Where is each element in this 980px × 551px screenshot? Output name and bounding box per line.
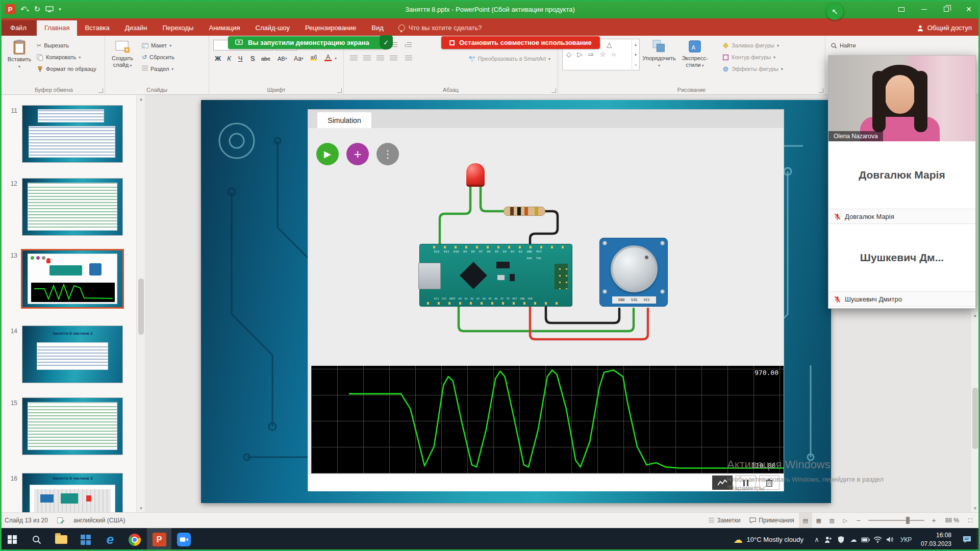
main-scrollbar[interactable]: ▲ ▼ xyxy=(970,311,979,512)
spelling-button[interactable] xyxy=(53,513,69,528)
view-reading-button[interactable]: ▥ xyxy=(825,513,839,528)
format-painter-button[interactable]: Формат по образцу xyxy=(37,63,96,74)
paste-button[interactable]: Вставить▾ xyxy=(4,37,35,69)
resistor-component[interactable] xyxy=(504,207,545,216)
led-component[interactable] xyxy=(466,163,485,187)
clock[interactable]: 16:08 07.03.2023 xyxy=(916,531,957,547)
teams-icon[interactable] xyxy=(823,528,835,551)
highlight-color-button[interactable]: аб xyxy=(309,52,318,63)
participant-video[interactable]: Olena Nazarova xyxy=(828,56,975,141)
powerpoint-button[interactable]: P xyxy=(147,528,171,551)
bold-button[interactable]: Ж xyxy=(213,53,222,64)
smartart-button[interactable]: Преобразовать в SmartArt▾ xyxy=(469,53,550,64)
find-button[interactable]: Найти xyxy=(831,40,856,51)
slide-thumbnail-14[interactable]: Заняття 8 частина 2 xyxy=(22,325,123,383)
redo-button[interactable]: ↻ xyxy=(34,5,41,14)
tellme-search[interactable]: Что вы хотите сделать? xyxy=(391,20,489,36)
shape-outline-button[interactable]: Контур фигуры▾ xyxy=(722,52,775,63)
thumbnails-scrollbar[interactable]: ▲ ▼ xyxy=(136,95,145,512)
slide-thumbnail-16[interactable]: Заняття 8 частина 3 xyxy=(22,473,123,512)
shape-effects-button[interactable]: Эффекты фигуры▾ xyxy=(722,63,783,74)
view-normal-button[interactable]: ▤ xyxy=(799,513,812,528)
tab-insert[interactable]: Вставка xyxy=(77,20,117,36)
volume-icon[interactable] xyxy=(884,528,896,551)
clipboard-dialog-launcher[interactable] xyxy=(98,88,103,93)
view-sorter-button[interactable]: ▦ xyxy=(812,513,825,528)
start-slideshow-button[interactable] xyxy=(45,5,54,14)
slide-thumbnail-12[interactable] xyxy=(22,178,123,236)
tab-animations[interactable]: Анимация xyxy=(201,20,247,36)
tab-home[interactable]: Главная xyxy=(37,20,77,36)
language-indicator[interactable]: УКР xyxy=(896,528,916,551)
cut-button[interactable]: ✂Вырезать xyxy=(37,40,69,51)
language-label[interactable]: английский (США) xyxy=(69,513,130,528)
chrome-button[interactable] xyxy=(122,528,147,551)
potentiometer-knob[interactable] xyxy=(611,245,658,292)
weather-widget[interactable]: ☁ 10°C Mostly cloudy xyxy=(726,528,811,551)
shapes-gallery-scroll[interactable]: ▲▼≡ xyxy=(632,39,639,70)
participant-row-2[interactable]: Шушкевич Дмитро xyxy=(828,291,975,307)
zoom-app-button[interactable] xyxy=(171,528,196,551)
section-button[interactable]: Раздел▾ xyxy=(142,63,173,74)
scrollbar-thumb[interactable] xyxy=(138,279,144,335)
change-case-button[interactable]: Аа▾ xyxy=(293,53,305,64)
wifi-icon[interactable] xyxy=(872,528,884,551)
view-slideshow-button[interactable]: ▷ xyxy=(839,513,852,528)
tab-review[interactable]: Рецензирование xyxy=(297,20,364,36)
undo-button[interactable]: ↶▾ xyxy=(20,5,29,14)
slide-thumbnail-11[interactable] xyxy=(22,105,123,163)
reset-button[interactable]: ↺Сбросить xyxy=(142,52,174,63)
scroll-down-icon[interactable]: ▼ xyxy=(971,504,979,512)
scroll-down-icon[interactable]: ▼ xyxy=(137,504,145,512)
new-slide-button[interactable]: Создать слайд ▾ xyxy=(107,37,138,68)
search-button[interactable] xyxy=(24,528,49,551)
zoom-slider-thumb[interactable] xyxy=(906,517,910,524)
font-color-button[interactable]: А xyxy=(323,52,333,63)
potentiometer-module[interactable]: GND SIG VCC xyxy=(599,238,668,307)
onedrive-icon[interactable]: ☁ xyxy=(847,528,860,551)
edge-button[interactable]: e xyxy=(98,528,122,551)
ribbon-display-options-button[interactable] xyxy=(890,0,913,18)
file-explorer-button[interactable] xyxy=(49,528,73,551)
participant-tile-2[interactable]: Шушкевич Дм... xyxy=(828,224,975,291)
character-spacing-button[interactable]: АВ▾ xyxy=(277,53,288,64)
paragraph-dialog-launcher[interactable] xyxy=(551,88,556,93)
zoom-in-button[interactable]: + xyxy=(927,513,941,528)
quick-styles-button[interactable]: А Экспресс-стили ▾ xyxy=(680,37,710,68)
more-options-button[interactable]: ⋮ xyxy=(376,143,399,165)
share-button[interactable]: Общий доступ xyxy=(909,20,980,36)
copy-button[interactable]: Копировать▾ xyxy=(37,52,81,63)
action-center-button[interactable] xyxy=(957,528,977,551)
align-left-button[interactable] xyxy=(349,53,359,64)
minimize-button[interactable] xyxy=(913,0,935,18)
participant-tile-1[interactable]: Довгалюк Марія xyxy=(828,141,975,209)
tab-slideshow[interactable]: Слайд-шоу xyxy=(248,20,297,36)
play-button[interactable]: ▶ xyxy=(316,143,339,165)
tab-file[interactable]: Файл xyxy=(0,20,37,36)
participant-row-1[interactable]: Довгалюк Марія xyxy=(828,209,975,224)
qat-customize-button[interactable]: ▾ xyxy=(59,7,61,12)
columns-button[interactable] xyxy=(404,53,413,64)
show-desktop-button[interactable] xyxy=(977,528,980,551)
restore-button[interactable] xyxy=(935,0,958,18)
start-button[interactable] xyxy=(0,528,24,551)
font-dialog-launcher[interactable] xyxy=(337,88,342,93)
zoom-percent[interactable]: 88 % xyxy=(941,513,964,528)
tab-view[interactable]: Вид xyxy=(364,20,391,36)
slide-thumbnail-15[interactable] xyxy=(22,397,123,455)
stop-share-button[interactable]: Остановить совместное использование xyxy=(441,36,600,49)
battery-icon[interactable] xyxy=(860,528,872,551)
align-center-button[interactable] xyxy=(362,53,372,64)
notes-button[interactable]: Заметки xyxy=(704,513,745,528)
strikethrough-button[interactable]: abc xyxy=(260,53,271,64)
shape-fill-button[interactable]: Заливка фигуры▾ xyxy=(722,40,779,51)
zoom-slider[interactable] xyxy=(868,520,924,521)
arrange-button[interactable]: Упорядочить ▾ xyxy=(644,37,674,68)
arduino-nano-board[interactable]: D12 D11 D10 D9 D8 D7 D6 D5 D4 D3 D2 GND … xyxy=(419,244,572,307)
tab-design[interactable]: Дизайн xyxy=(117,20,155,36)
text-shadow-button[interactable]: S xyxy=(248,53,257,64)
italic-button[interactable]: К xyxy=(224,53,234,64)
task-view-button[interactable] xyxy=(73,528,98,551)
fit-window-button[interactable]: ⛶ xyxy=(964,513,977,528)
scrollbar-thumb[interactable] xyxy=(972,388,978,449)
